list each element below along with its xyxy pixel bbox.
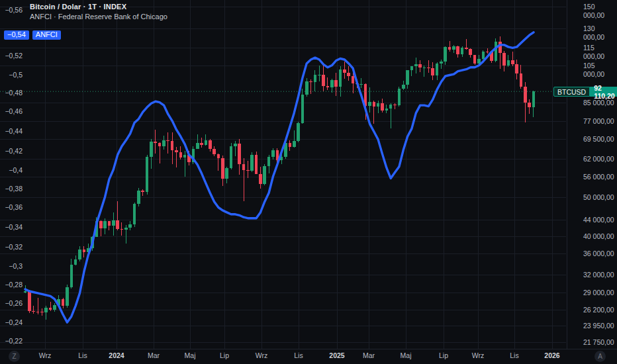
candle-body xyxy=(24,291,27,293)
right-axis-tick: 36 000,00 xyxy=(583,250,614,258)
candle-body xyxy=(469,49,472,55)
candle-body xyxy=(255,155,258,174)
candle-body xyxy=(334,80,338,87)
candle-body xyxy=(150,142,153,157)
candle-body xyxy=(217,154,220,158)
candle-body xyxy=(465,48,468,50)
candle-body xyxy=(162,140,166,146)
right-axis-tick: 23 950,00 xyxy=(583,322,614,330)
candle-body xyxy=(515,64,518,73)
right-axis-tick: 105 000,00 xyxy=(583,62,617,79)
candle-body xyxy=(520,73,523,87)
grid xyxy=(0,0,566,349)
candle-body xyxy=(263,166,266,184)
candle-body xyxy=(158,143,162,146)
time-axis-label: Maj xyxy=(185,351,196,360)
candle-body xyxy=(359,84,363,85)
left-axis-tick: −0,24 xyxy=(0,318,23,327)
candle-body xyxy=(44,308,48,312)
candle-body xyxy=(347,73,350,76)
right-axis-tick: 29 000,00 xyxy=(583,289,614,297)
right-axis-tick: 130 000,00 xyxy=(583,24,617,42)
candle-body xyxy=(389,105,393,109)
candle-body xyxy=(36,312,40,312)
time-axis-label: 2025 xyxy=(329,351,344,360)
candle-body xyxy=(213,149,216,154)
candle-body xyxy=(343,69,346,73)
price-chart-canvas[interactable] xyxy=(0,0,617,364)
candle-body xyxy=(330,80,334,87)
left-axis-tick: −0,34 xyxy=(0,223,23,232)
candle-body xyxy=(141,191,144,192)
candle-body xyxy=(246,170,250,171)
candle-body xyxy=(507,60,510,66)
candle-body xyxy=(398,89,401,105)
time-axis-label: Wrz xyxy=(39,351,51,360)
candle-body xyxy=(28,291,31,311)
candle-body xyxy=(112,220,115,226)
candle-body xyxy=(495,42,498,61)
candle-body xyxy=(368,102,371,106)
candle-body xyxy=(305,81,308,95)
candle-body xyxy=(200,143,203,145)
candle-body xyxy=(339,69,342,87)
candle-body xyxy=(175,150,178,152)
candle-body xyxy=(120,229,124,230)
candle-body xyxy=(427,68,430,68)
candle-body xyxy=(74,259,77,264)
symbol-title: Bitcoin / Dolar · 1T · INDEX xyxy=(30,3,167,11)
left-axis-tick: −0,32 xyxy=(0,243,23,251)
candle-body xyxy=(309,81,312,82)
candles-layer xyxy=(24,36,536,320)
candle-body xyxy=(225,168,228,178)
time-axis-label: Mar xyxy=(363,351,375,360)
time-axis-label: Lip xyxy=(220,351,229,360)
candle-body xyxy=(78,250,81,259)
time-axis-label: Maj xyxy=(401,351,412,360)
candle-body xyxy=(267,157,271,166)
price-axis-separator xyxy=(567,0,567,349)
candle-body xyxy=(322,75,325,86)
candle-body xyxy=(502,53,506,66)
candle-body xyxy=(221,158,224,179)
candle-body xyxy=(381,103,384,111)
time-axis-label: Lip xyxy=(439,351,448,360)
chart-legend[interactable]: Bitcoin / Dolar · 1T · INDEX ANFCI · Fed… xyxy=(30,3,167,21)
left-axis-tick: −0,48 xyxy=(0,89,23,97)
candle-body xyxy=(352,76,355,83)
right-axis-tick: 115 000,00 xyxy=(583,44,617,61)
left-axis-tick: −0,38 xyxy=(0,185,23,193)
candle-body xyxy=(116,220,119,230)
candle-body xyxy=(402,85,405,89)
candle-body xyxy=(250,155,254,171)
candle-body xyxy=(461,48,464,54)
left-axis-tick: −0,3 xyxy=(0,262,23,271)
time-axis-label: Wrz xyxy=(256,351,267,360)
time-axis-label: 2024 xyxy=(109,351,124,360)
candle-body xyxy=(301,95,305,124)
candle-body xyxy=(486,52,489,52)
anfci-name-label: ANFCI xyxy=(32,30,61,40)
candle-body xyxy=(377,103,380,107)
candle-body xyxy=(406,70,409,85)
timezone-button[interactable]: Z xyxy=(9,351,20,362)
time-axis-separator xyxy=(0,349,617,349)
right-axis-tick: 69 500,00 xyxy=(583,135,614,144)
candle-body xyxy=(259,174,262,184)
candle-body xyxy=(452,46,455,50)
candle-body xyxy=(477,59,481,64)
candle-body xyxy=(146,157,149,192)
candle-body xyxy=(183,155,187,158)
left-axis-tick: −0,5 xyxy=(0,71,23,79)
right-axis-tick: 26 200,00 xyxy=(583,306,614,314)
candle-body xyxy=(456,46,459,54)
time-axis-label: Lis xyxy=(78,351,87,360)
candle-body xyxy=(444,47,447,62)
auto-scale-button[interactable]: A xyxy=(594,351,606,362)
candle-body xyxy=(314,75,317,81)
left-axis-tick: −0,46 xyxy=(0,107,23,116)
candle-body xyxy=(532,91,536,107)
candle-body xyxy=(271,150,275,156)
indicator-title: ANFCI · Federal Reserve Bank of Chicago xyxy=(30,13,167,21)
candle-body xyxy=(238,144,241,164)
